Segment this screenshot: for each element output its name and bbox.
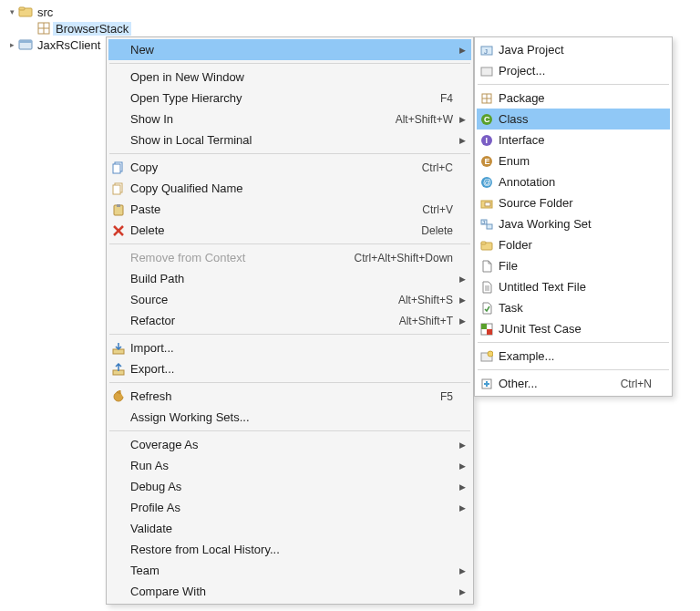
menu-validate[interactable]: Validate <box>108 518 471 539</box>
svg-rect-8 <box>113 164 120 173</box>
expand-icon[interactable] <box>7 7 16 16</box>
blank-icon <box>110 542 127 558</box>
separator <box>109 430 470 431</box>
menu-restore-history[interactable]: Restore from Local History... <box>108 539 471 560</box>
package-icon <box>479 90 495 107</box>
tree-label: src <box>35 5 56 19</box>
menu-show-in[interactable]: Show InAlt+Shift+W▶ <box>108 109 471 129</box>
menu-refresh[interactable]: RefreshF5 <box>108 386 471 407</box>
import-icon <box>110 340 127 357</box>
blank-icon <box>110 90 127 107</box>
menu-open-type-hierarchy[interactable]: Open Type HierarchyF4 <box>108 88 471 109</box>
sub-class[interactable]: CClass <box>477 109 670 129</box>
blank-icon <box>110 584 127 600</box>
menu-team[interactable]: Team▶ <box>108 560 471 581</box>
sub-other[interactable]: Other...Ctrl+N <box>477 373 670 394</box>
sub-junit[interactable]: JUnit Test Case <box>477 318 670 339</box>
menu-compare-with[interactable]: Compare With▶ <box>108 581 471 602</box>
blank-icon <box>110 271 127 287</box>
menu-label: Package <box>499 91 652 105</box>
context-menu-main[interactable]: New▶Open in New WindowOpen Type Hierarch… <box>106 36 474 605</box>
sub-enum[interactable]: EEnum <box>477 150 670 171</box>
menu-import[interactable]: Import... <box>108 337 471 358</box>
menu-label: Build Path <box>130 272 453 285</box>
sub-example[interactable]: Example... <box>477 346 670 367</box>
sub-task[interactable]: Task <box>477 297 670 318</box>
menu-shortcut: Ctrl+N <box>621 378 652 390</box>
svg-text:J: J <box>484 47 488 56</box>
blank-icon <box>110 250 127 266</box>
tree-node-browserstack[interactable]: BrowserStack <box>5 20 700 36</box>
menu-paste[interactable]: PasteCtrl+V <box>108 199 471 220</box>
delete-icon <box>110 223 127 239</box>
menu-shortcut: Alt+Shift+W <box>396 113 453 126</box>
svg-text:C: C <box>484 115 490 124</box>
menu-delete[interactable]: DeleteDelete <box>108 220 471 241</box>
folder-icon <box>479 237 495 254</box>
menu-profile-as[interactable]: Profile As▶ <box>108 497 471 518</box>
sub-project[interactable]: Project... <box>477 60 670 81</box>
sub-untitled-text[interactable]: Untitled Text File <box>477 276 670 297</box>
menu-show-local-terminal[interactable]: Show in Local Terminal▶ <box>108 129 471 150</box>
export-icon <box>110 361 127 378</box>
expand-icon[interactable] <box>7 40 16 49</box>
jws-icon: J <box>479 216 495 233</box>
sub-java-project[interactable]: JJava Project <box>477 39 670 60</box>
menu-label: New <box>130 43 453 57</box>
submenu-arrow-icon: ▶ <box>457 46 466 55</box>
menu-label: Validate <box>130 522 453 535</box>
menu-label: Import... <box>130 341 453 355</box>
menu-debug-as[interactable]: Debug As▶ <box>108 476 471 497</box>
context-menu-new-submenu[interactable]: JJava ProjectProject...PackageCClassIInt… <box>474 36 673 397</box>
menu-label: Delete <box>130 223 417 237</box>
menu-shortcut: Delete <box>421 224 453 237</box>
menu-label: Untitled Text File <box>499 280 652 294</box>
sub-java-ws[interactable]: JJava Working Set <box>477 213 670 234</box>
txt-icon <box>479 279 495 295</box>
menu-copy-qualified[interactable]: Copy Qualified Name <box>108 178 471 199</box>
svg-rect-37 <box>481 242 486 244</box>
menu-label: Open in New Window <box>130 70 453 84</box>
submenu-arrow-icon: ▶ <box>457 316 466 326</box>
submenu-arrow-icon: ▶ <box>457 295 466 305</box>
menu-assign-ws[interactable]: Assign Working Sets... <box>108 407 471 428</box>
svg-rect-19 <box>481 67 492 76</box>
menu-new[interactable]: New▶ <box>108 39 471 60</box>
menu-run-as[interactable]: Run As▶ <box>108 455 471 476</box>
menu-open-new-window[interactable]: Open in New Window <box>108 67 471 88</box>
svg-rect-12 <box>117 204 120 207</box>
sub-interface[interactable]: IInterface <box>477 129 670 150</box>
sub-package[interactable]: Package <box>477 88 670 109</box>
sub-file[interactable]: File <box>477 255 670 276</box>
tree-node-src[interactable]: src <box>5 4 700 20</box>
separator <box>109 334 470 335</box>
sub-folder[interactable]: Folder <box>477 234 670 255</box>
separator <box>109 382 470 383</box>
submenu-arrow-icon: ▶ <box>457 482 466 492</box>
menu-shortcut: Ctrl+V <box>422 203 453 216</box>
menu-label: Paste <box>130 202 418 216</box>
copyq-icon <box>110 181 127 197</box>
sub-annotation[interactable]: @Annotation <box>477 171 670 192</box>
task-icon <box>479 300 495 316</box>
menu-copy[interactable]: CopyCtrl+C <box>108 157 471 178</box>
sub-source-folder[interactable]: Source Folder <box>477 192 670 213</box>
menu-build-path[interactable]: Build Path▶ <box>108 268 471 289</box>
menu-label: Show In <box>130 112 392 126</box>
menu-label: Java Working Set <box>499 217 652 231</box>
svg-rect-6 <box>19 40 32 43</box>
menu-shortcut: F5 <box>440 390 453 403</box>
menu-shortcut: Ctrl+C <box>422 161 453 174</box>
menu-label: Refactor <box>130 314 396 327</box>
menu-export[interactable]: Export... <box>108 358 471 379</box>
menu-refactor[interactable]: RefactorAlt+Shift+T▶ <box>108 310 471 331</box>
proj-icon <box>479 63 495 79</box>
svg-text:@: @ <box>483 178 491 187</box>
menu-label: Open Type Hierarchy <box>130 91 437 105</box>
menu-label: JUnit Test Case <box>499 322 652 336</box>
blank-icon <box>110 409 127 426</box>
blank-icon <box>110 521 127 537</box>
menu-source[interactable]: SourceAlt+Shift+S▶ <box>108 289 471 310</box>
tree-label: JaxRsClient <box>35 38 103 52</box>
menu-coverage-as[interactable]: Coverage As▶ <box>108 434 471 455</box>
